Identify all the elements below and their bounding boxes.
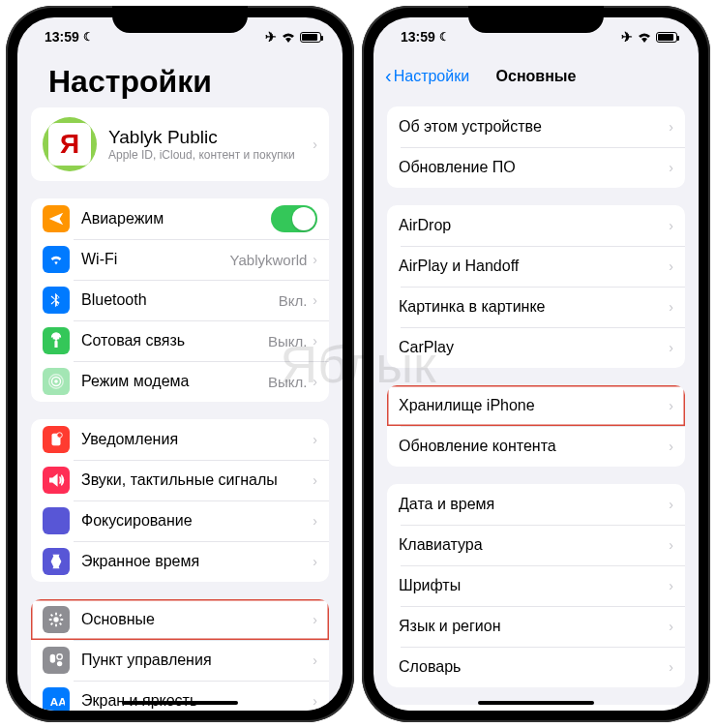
profile-subtitle: Apple ID, iCloud, контент и покупки	[108, 148, 313, 162]
group-vpn: VPN и управление устройством›	[387, 705, 685, 711]
row-airplane[interactable]: Авиарежим	[31, 198, 329, 239]
row-airplay-и-handoff[interactable]: AirPlay и Handoff›	[387, 246, 685, 287]
row-об-этом-устройстве[interactable]: Об этом устройстве›	[387, 106, 685, 147]
chevron-icon: ›	[313, 374, 317, 389]
page-title: Настройки	[31, 56, 329, 107]
row-label: AirDrop	[399, 217, 669, 234]
chevron-icon: ›	[669, 439, 673, 454]
row-label: Фокусирование	[81, 512, 313, 530]
group-about: Об этом устройстве›Обновление ПО›	[387, 106, 685, 188]
row-wifi[interactable]: Wi-FiYablykworld›	[31, 239, 329, 280]
row-label: Режим модема	[81, 373, 268, 390]
chevron-icon: ›	[313, 252, 317, 267]
row-vpn-и-управление-устройством[interactable]: VPN и управление устройством›	[387, 705, 685, 711]
chevron-icon: ›	[313, 333, 317, 349]
row-cellular[interactable]: Сотовая связьВыкл.›	[31, 320, 329, 361]
row-label: Клавиатура	[399, 536, 669, 554]
row-словарь[interactable]: Словарь›	[387, 647, 685, 687]
row-label: AirPlay и Handoff	[399, 258, 669, 275]
row-label: Словарь	[399, 658, 669, 676]
back-label: Настройки	[394, 68, 469, 85]
row-display[interactable]: AAЭкран и яркость›	[31, 681, 329, 711]
apple-id-row[interactable]: Я Yablyk Public Apple ID, iCloud, контен…	[31, 107, 329, 181]
row-control[interactable]: Пункт управления›	[31, 640, 329, 681]
chevron-icon: ›	[669, 398, 673, 413]
row-label: Хранилище iPhone	[399, 397, 669, 414]
chevron-icon: ›	[313, 513, 317, 529]
avatar: Я	[43, 117, 97, 171]
cellular-icon	[43, 327, 70, 354]
row-label: Основные	[81, 611, 313, 628]
row-general[interactable]: Основные›	[31, 599, 329, 640]
profile-name: Yablyk Public	[108, 127, 313, 148]
chevron-icon: ›	[669, 340, 673, 355]
chevron-icon: ›	[313, 693, 317, 709]
row-клавиатура[interactable]: Клавиатура›	[387, 525, 685, 565]
row-шрифты[interactable]: Шрифты›	[387, 565, 685, 606]
wifi-icon	[281, 31, 296, 43]
airplane-icon	[43, 205, 70, 232]
chevron-icon: ›	[313, 136, 317, 152]
group-system: Основные›Пункт управления›AAЭкран и ярко…	[31, 599, 329, 711]
row-focus[interactable]: Фокусирование›	[31, 500, 329, 541]
row-carplay[interactable]: CarPlay›	[387, 327, 685, 368]
airplane-icon: ✈	[265, 29, 277, 45]
home-indicator	[478, 701, 594, 705]
phone-general: 13:59 ☾ ✈ ‹ Настройки Основные Об этом у…	[362, 6, 710, 722]
back-button[interactable]: ‹ Настройки	[385, 65, 469, 87]
chevron-icon: ›	[313, 432, 317, 447]
chevron-icon: ›	[669, 497, 673, 512]
row-дата-и-время[interactable]: Дата и время›	[387, 484, 685, 525]
group-connectivity: АвиарежимWi-FiYablykworld›BluetoothВкл.›…	[31, 198, 329, 402]
row-label: Об этом устройстве	[399, 118, 669, 136]
screentime-icon	[43, 548, 70, 575]
row-label: Bluetooth	[81, 291, 279, 309]
group-datetime: Дата и время›Клавиатура›Шрифты›Язык и ре…	[387, 484, 685, 687]
row-label: Wi-Fi	[81, 251, 230, 268]
toggle-airplane[interactable]	[271, 205, 317, 232]
row-sounds[interactable]: Звуки, тактильные сигналы›	[31, 460, 329, 500]
row-value: Выкл.	[268, 374, 307, 390]
row-обновление-по[interactable]: Обновление ПО›	[387, 147, 685, 188]
focus-icon	[43, 507, 70, 534]
sounds-icon	[43, 467, 70, 494]
row-screentime[interactable]: Экранное время›	[31, 541, 329, 582]
control-icon	[43, 647, 70, 674]
chevron-icon: ›	[669, 160, 673, 175]
row-airdrop[interactable]: AirDrop›	[387, 205, 685, 246]
chevron-left-icon: ‹	[385, 65, 392, 87]
row-label: Звуки, тактильные сигналы	[81, 471, 313, 489]
row-label: Авиарежим	[81, 210, 271, 228]
chevron-icon: ›	[669, 578, 673, 593]
chevron-icon: ›	[313, 652, 317, 668]
chevron-icon: ›	[669, 659, 673, 675]
dnd-icon: ☾	[83, 30, 94, 44]
row-notifications[interactable]: Уведомления›	[31, 419, 329, 460]
battery-icon	[300, 32, 321, 43]
display-icon: AA	[43, 687, 70, 711]
row-label: Язык и регион	[399, 618, 669, 635]
status-time: 13:59	[401, 29, 435, 45]
row-bluetooth[interactable]: BluetoothВкл.›	[31, 280, 329, 320]
row-хранилище-iphone[interactable]: Хранилище iPhone›	[387, 385, 685, 426]
row-картинка-в-картинке[interactable]: Картинка в картинке›	[387, 287, 685, 327]
status-time: 13:59	[45, 29, 79, 45]
chevron-icon: ›	[313, 472, 317, 488]
row-label: Пункт управления	[81, 652, 313, 669]
nav-header: ‹ Настройки Основные	[373, 56, 699, 97]
chevron-icon: ›	[669, 619, 673, 634]
row-обновление-контента[interactable]: Обновление контента›	[387, 426, 685, 467]
nav-title: Основные	[496, 68, 577, 85]
row-value: Вкл.	[279, 292, 308, 309]
battery-icon	[656, 32, 677, 43]
row-hotspot[interactable]: Режим модемаВыкл.›	[31, 361, 329, 402]
phone-settings: 13:59 ☾ ✈ Настройки Я Yablyk Public Appl…	[6, 6, 354, 722]
row-label: Картинка в картинке	[399, 298, 669, 316]
notifications-icon	[43, 426, 70, 453]
row-label: Обновление контента	[399, 438, 669, 455]
chevron-icon: ›	[669, 537, 673, 553]
wifi-icon	[637, 31, 652, 43]
row-язык-и-регион[interactable]: Язык и регион›	[387, 606, 685, 647]
avatar-letter: Я	[48, 123, 91, 166]
hotspot-icon	[43, 368, 70, 395]
